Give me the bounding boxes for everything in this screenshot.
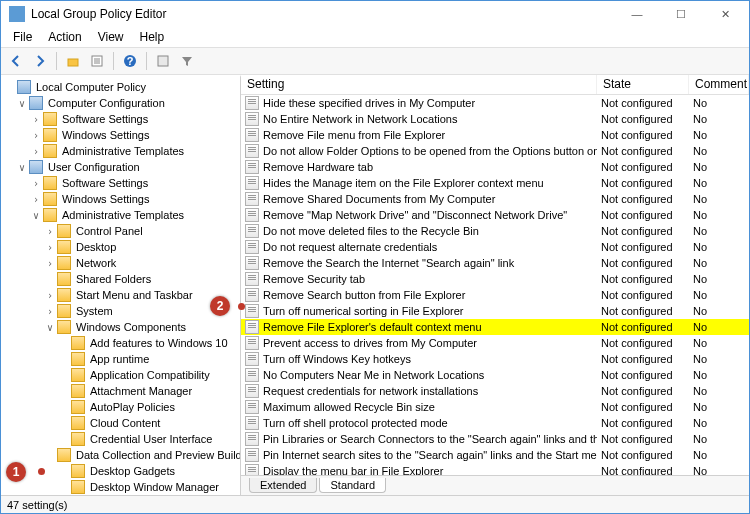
setting-label: Display the menu bar in File Explorer (263, 465, 443, 475)
svg-rect-7 (158, 56, 168, 66)
menu-help[interactable]: Help (132, 28, 173, 46)
tree-item[interactable]: Cloud Content (1, 415, 240, 431)
table-row[interactable]: Do not move deleted files to the Recycle… (241, 223, 749, 239)
setting-icon (245, 160, 259, 174)
table-row[interactable]: No Entire Network in Network LocationsNo… (241, 111, 749, 127)
svg-rect-0 (68, 59, 78, 66)
close-button[interactable]: ✕ (703, 1, 747, 27)
setting-state: Not configured (597, 305, 689, 317)
tree-user-config[interactable]: ∨User Configuration (1, 159, 240, 175)
tree-item[interactable]: Data Collection and Preview Builds (1, 447, 240, 463)
menu-view[interactable]: View (90, 28, 132, 46)
tree-item[interactable]: ›Desktop (1, 239, 240, 255)
maximize-button[interactable]: ☐ (659, 1, 703, 27)
tree-item[interactable]: ›Start Menu and Taskbar (1, 287, 240, 303)
setting-state: Not configured (597, 337, 689, 349)
tree-item[interactable]: ›Control Panel (1, 223, 240, 239)
table-row[interactable]: Pin Libraries or Search Connectors to th… (241, 431, 749, 447)
table-row[interactable]: Do not request alternate credentialsNot … (241, 239, 749, 255)
setting-label: Do not move deleted files to the Recycle… (263, 225, 479, 237)
tab-extended[interactable]: Extended (249, 478, 317, 493)
table-row[interactable]: Remove File Explorer's default context m… (241, 319, 749, 335)
tree-windows-components[interactable]: ∨Windows Components (1, 319, 240, 335)
table-row[interactable]: Request credentials for network installa… (241, 383, 749, 399)
filter-icon[interactable] (176, 50, 198, 72)
table-row[interactable]: Remove Search button from File ExplorerN… (241, 287, 749, 303)
table-row[interactable]: Pin Internet search sites to the "Search… (241, 447, 749, 463)
tab-standard[interactable]: Standard (319, 478, 386, 493)
tree-item[interactable]: Application Compatibility (1, 367, 240, 383)
setting-label: Hide these specified drives in My Comput… (263, 97, 475, 109)
tree-item[interactable]: ›Windows Settings (1, 127, 240, 143)
tree-item[interactable]: Shared Folders (1, 271, 240, 287)
setting-icon (245, 192, 259, 206)
setting-icon (245, 112, 259, 126)
tree-item[interactable]: Attachment Manager (1, 383, 240, 399)
table-row[interactable]: Turn off shell protocol protected modeNo… (241, 415, 749, 431)
table-row[interactable]: Remove File menu from File ExplorerNot c… (241, 127, 749, 143)
table-row[interactable]: Turn off numerical sorting in File Explo… (241, 303, 749, 319)
back-icon[interactable] (5, 50, 27, 72)
setting-state: Not configured (597, 257, 689, 269)
svg-text:?: ? (127, 55, 134, 67)
tree-item[interactable]: Desktop Gadgets (1, 463, 240, 479)
tree-item[interactable]: ›Software Settings (1, 111, 240, 127)
table-row[interactable]: Remove the Search the Internet "Search a… (241, 255, 749, 271)
table-row[interactable]: Prevent access to drives from My Compute… (241, 335, 749, 351)
tree-item[interactable]: Credential User Interface (1, 431, 240, 447)
setting-label: Remove Search button from File Explorer (263, 289, 465, 301)
help-icon[interactable]: ? (119, 50, 141, 72)
tree-item[interactable]: ›Software Settings (1, 175, 240, 191)
status-bar: 47 setting(s) (1, 495, 749, 513)
setting-state: Not configured (597, 401, 689, 413)
tree-item[interactable]: Add features to Windows 10 (1, 335, 240, 351)
column-comment[interactable]: Comment (689, 75, 749, 94)
tree-computer-config[interactable]: ∨Computer Configuration (1, 95, 240, 111)
tree-item[interactable]: Desktop Window Manager (1, 479, 240, 495)
tree-root[interactable]: Local Computer Policy (1, 79, 240, 95)
setting-icon (245, 176, 259, 190)
menu-file[interactable]: File (5, 28, 40, 46)
setting-icon (245, 128, 259, 142)
table-row[interactable]: Display the menu bar in File ExplorerNot… (241, 463, 749, 475)
setting-icon (245, 304, 259, 318)
setting-comment: No (689, 449, 749, 461)
setting-comment: No (689, 97, 749, 109)
table-row[interactable]: Hide these specified drives in My Comput… (241, 95, 749, 111)
table-row[interactable]: Do not allow Folder Options to be opened… (241, 143, 749, 159)
table-row[interactable]: Remove Security tabNot configuredNo (241, 271, 749, 287)
setting-comment: No (689, 353, 749, 365)
forward-icon[interactable] (29, 50, 51, 72)
list-icon[interactable] (86, 50, 108, 72)
column-setting[interactable]: Setting (241, 75, 597, 94)
tree-item[interactable]: ›Administrative Templates (1, 143, 240, 159)
table-row[interactable]: Hides the Manage item on the File Explor… (241, 175, 749, 191)
table-row[interactable]: No Computers Near Me in Network Location… (241, 367, 749, 383)
settings-list[interactable]: Hide these specified drives in My Comput… (241, 95, 749, 475)
tree-admin-templates[interactable]: ∨Administrative Templates (1, 207, 240, 223)
window-title: Local Group Policy Editor (31, 7, 615, 21)
setting-state: Not configured (597, 241, 689, 253)
table-row[interactable]: Remove Hardware tabNot configuredNo (241, 159, 749, 175)
tree-item[interactable]: ›System (1, 303, 240, 319)
up-icon[interactable] (62, 50, 84, 72)
tree-item[interactable]: App runtime (1, 351, 240, 367)
navigation-tree[interactable]: Local Computer Policy ∨Computer Configur… (1, 75, 241, 495)
table-row[interactable]: Maximum allowed Recycle Bin sizeNot conf… (241, 399, 749, 415)
table-row[interactable]: Turn off Windows Key hotkeysNot configur… (241, 351, 749, 367)
setting-comment: No (689, 369, 749, 381)
tree-item[interactable]: ›Windows Settings (1, 191, 240, 207)
tree-item[interactable]: ›Network (1, 255, 240, 271)
tree-item[interactable]: AutoPlay Policies (1, 399, 240, 415)
menu-action[interactable]: Action (40, 28, 89, 46)
column-state[interactable]: State (597, 75, 689, 94)
table-row[interactable]: Remove "Map Network Drive" and "Disconne… (241, 207, 749, 223)
callout-dot-1 (38, 468, 45, 475)
table-row[interactable]: Remove Shared Documents from My Computer… (241, 191, 749, 207)
setting-icon (245, 272, 259, 286)
properties-icon[interactable] (152, 50, 174, 72)
setting-label: Remove Hardware tab (263, 161, 373, 173)
setting-icon (245, 352, 259, 366)
list-header: Setting State Comment (241, 75, 749, 95)
minimize-button[interactable]: — (615, 1, 659, 27)
